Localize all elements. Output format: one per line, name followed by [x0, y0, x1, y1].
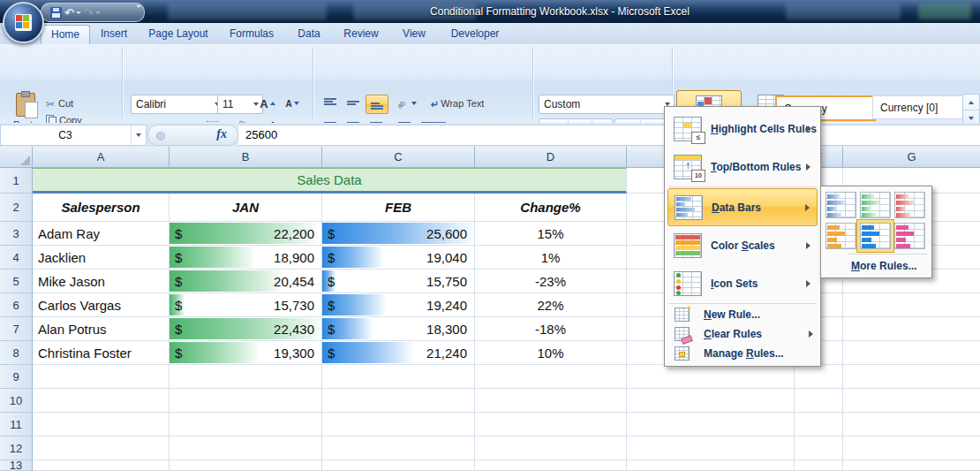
data-bar-option-purple-solid[interactable]: [894, 223, 925, 249]
cell-change[interactable]: 1%: [475, 246, 627, 270]
row-header[interactable]: 2: [0, 194, 33, 222]
cell-jan-value[interactable]: $ 18,900: [170, 246, 322, 270]
cell[interactable]: [322, 437, 475, 460]
cell[interactable]: [843, 293, 980, 317]
cell[interactable]: [475, 389, 627, 413]
cell-style-currency-0[interactable]: Currency [0]: [872, 95, 967, 119]
name-box-dropdown[interactable]: [131, 125, 146, 145]
grow-font-button[interactable]: A: [256, 95, 279, 112]
wrap-text-button[interactable]: Wrap Text: [431, 95, 484, 112]
row-header[interactable]: 13: [0, 460, 33, 471]
menu-item-clear-rules[interactable]: Clear Rules: [665, 324, 820, 344]
sales-data-title-cell[interactable]: Sales Data: [33, 168, 627, 194]
cell-salesperson[interactable]: Christina Foster: [33, 341, 170, 365]
cell[interactable]: [843, 460, 980, 471]
cell[interactable]: [475, 437, 627, 460]
tab-data[interactable]: Data: [286, 25, 332, 43]
cell[interactable]: [627, 365, 795, 389]
column-header-d[interactable]: D: [475, 147, 627, 168]
customize-qat-button[interactable]: [136, 5, 141, 8]
column-header-g[interactable]: G: [843, 147, 980, 168]
cell-feb-value[interactable]: $ 19,040: [322, 246, 475, 270]
column-header-b[interactable]: B: [170, 147, 322, 168]
menu-item-icon-sets[interactable]: Icon Sets: [667, 264, 818, 302]
cell-feb-value[interactable]: $ 18,300: [322, 317, 475, 341]
cell[interactable]: [627, 389, 795, 413]
cell-change[interactable]: -23%: [475, 270, 627, 293]
data-bar-option-orange-solid[interactable]: [825, 223, 856, 249]
cell[interactable]: [627, 460, 795, 471]
tab-page-layout[interactable]: Page Layout: [139, 25, 217, 43]
row-header[interactable]: 5: [0, 270, 33, 293]
shrink-font-button[interactable]: A: [282, 95, 303, 112]
cell[interactable]: [795, 365, 843, 389]
cell[interactable]: [170, 413, 322, 437]
menu-item-data-bars[interactable]: Data Bars: [667, 188, 818, 226]
cell[interactable]: [795, 437, 843, 460]
office-button[interactable]: [3, 2, 44, 43]
cell-change[interactable]: 10%: [475, 341, 627, 365]
data-bar-option-blue-gradient[interactable]: [825, 192, 856, 218]
select-all-button[interactable]: [0, 147, 33, 168]
column-header-c[interactable]: C: [322, 147, 475, 168]
cell-feb-value[interactable]: $ 19,240: [322, 293, 475, 317]
header-cell-jan[interactable]: JAN: [170, 194, 322, 222]
cell[interactable]: [843, 437, 980, 460]
cell[interactable]: [33, 413, 170, 437]
cell[interactable]: [627, 413, 795, 437]
cell-feb-value[interactable]: $ 15,750: [322, 270, 475, 293]
menu-item-highlight-cells-rules[interactable]: Highlight Cells Rules: [667, 110, 818, 148]
row-header[interactable]: 11: [0, 413, 33, 437]
cell-change[interactable]: 15%: [475, 222, 627, 246]
row-header[interactable]: 9: [0, 365, 33, 389]
cell[interactable]: [33, 437, 170, 460]
cell[interactable]: [843, 365, 980, 389]
header-cell-feb[interactable]: FEB: [322, 194, 475, 222]
align-bottom-button[interactable]: [366, 95, 388, 114]
tab-view[interactable]: View: [390, 25, 438, 43]
cell[interactable]: [170, 389, 322, 413]
row-header[interactable]: 1: [0, 168, 33, 194]
row-header[interactable]: 12: [0, 437, 33, 460]
formula-input[interactable]: 25600: [238, 125, 980, 146]
cell-salesperson[interactable]: Mike Jason: [33, 270, 170, 293]
tab-review[interactable]: Review: [334, 25, 388, 43]
row-header[interactable]: 8: [0, 341, 33, 365]
data-bar-option-green-gradient[interactable]: [860, 192, 891, 218]
cell[interactable]: [170, 437, 322, 460]
number-format-combo[interactable]: Custom: [539, 95, 675, 114]
cell[interactable]: [475, 365, 627, 389]
menu-item-new-rule[interactable]: New Rule...: [665, 305, 820, 324]
align-middle-button[interactable]: [343, 95, 364, 112]
cell[interactable]: [322, 365, 475, 389]
cell-jan-value[interactable]: $ 19,300: [170, 341, 322, 365]
align-top-button[interactable]: [320, 95, 341, 112]
cell-jan-value[interactable]: $ 22,430: [170, 317, 322, 341]
tab-formulas[interactable]: Formulas: [219, 25, 284, 43]
cell[interactable]: [322, 460, 475, 471]
cell-feb-value[interactable]: $ 21,240: [322, 341, 475, 365]
cell-change[interactable]: -18%: [475, 317, 627, 341]
save-button[interactable]: [50, 5, 62, 19]
undo-button[interactable]: [64, 5, 81, 19]
tab-developer[interactable]: Developer: [440, 25, 510, 43]
cell-change[interactable]: 22%: [475, 293, 627, 317]
cell[interactable]: [33, 460, 170, 471]
font-family-combo[interactable]: Calibri: [131, 95, 224, 114]
cell[interactable]: [843, 413, 980, 437]
cell[interactable]: [475, 460, 627, 471]
cell[interactable]: [843, 317, 980, 341]
menu-item-color-scales[interactable]: Color Scales: [667, 226, 818, 264]
cell[interactable]: [627, 437, 795, 460]
cell[interactable]: [322, 389, 475, 413]
name-box[interactable]: C3: [0, 125, 147, 146]
orientation-button[interactable]: [394, 95, 420, 112]
row-header[interactable]: 4: [0, 246, 33, 270]
cell[interactable]: [322, 413, 475, 437]
menu-item-more-rules[interactable]: More Rules...: [825, 256, 927, 276]
cell-jan-value[interactable]: $ 15,730: [170, 293, 322, 317]
header-cell-salesperson[interactable]: Salesperson: [33, 194, 170, 222]
cell-feb-value[interactable]: $ 25,600: [322, 222, 475, 246]
cell[interactable]: [795, 460, 843, 471]
cell[interactable]: [843, 389, 980, 413]
